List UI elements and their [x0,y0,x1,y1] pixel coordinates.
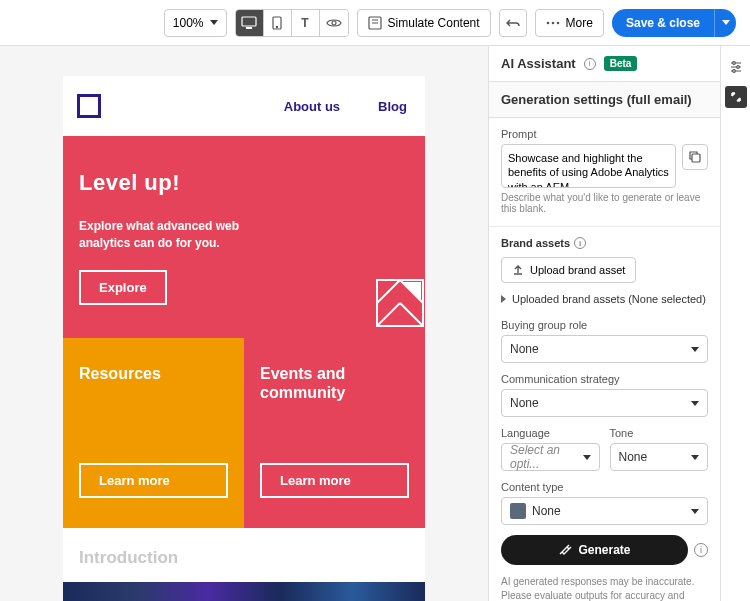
language-select[interactable]: Select an opti... [501,443,600,471]
col1-cta[interactable]: Learn more [79,463,228,498]
tone-value: None [619,450,648,464]
undo-button[interactable] [499,9,527,37]
svg-rect-11 [692,154,700,162]
svg-text:T: T [301,16,309,30]
generate-icon [558,543,572,557]
content-type-icon [510,503,526,519]
simulate-content-button[interactable]: Simulate Content [357,9,491,37]
buying-role-label: Buying group role [501,319,708,331]
disclaimer-text: AI generated responses may be inaccurate… [501,575,708,601]
col2-cta[interactable]: Learn more [260,463,409,498]
canvas-area: About us Blog Level up! Explore what adv… [0,46,488,601]
col1-title: Resources [79,364,228,383]
desktop-view-button[interactable] [236,10,264,36]
svg-point-8 [551,21,554,24]
prompt-label: Prompt [501,128,708,140]
brand-assets-label: Brand assets i [501,237,708,249]
nav-links: About us Blog [284,99,407,114]
sliders-icon [729,60,743,74]
device-group: T [235,9,349,37]
content-type-label: Content type [501,481,708,493]
preview-view-button[interactable] [320,10,348,36]
collapse-icon [730,91,742,103]
prompt-help: Describe what you'd like to generate or … [501,192,708,214]
info-icon[interactable]: i [574,237,586,249]
expand-icon [501,295,506,303]
svg-point-12 [732,62,735,65]
rail-collapse-button[interactable] [725,86,747,108]
hero-title: Level up! [79,170,409,196]
simulate-icon [368,16,382,30]
hero-section: Level up! Explore what advanced web anal… [63,136,425,338]
columns: Resources Learn more Events and communit… [63,338,425,528]
events-column: Events and community Learn more [244,338,425,528]
buying-role-select[interactable]: None [501,335,708,363]
more-button[interactable]: More [535,9,604,37]
logo [77,94,101,118]
generation-settings-title: Generation settings (full email) [489,82,720,118]
chevron-down-icon [691,509,699,514]
prompt-textarea[interactable] [501,144,676,188]
intro-title: Introduction [63,528,425,582]
ai-assistant-panel: AI Assistant i Beta Generation settings … [488,46,720,601]
svg-point-9 [556,21,559,24]
svg-point-3 [276,26,277,27]
rail-settings-button[interactable] [725,56,747,78]
mobile-icon [272,16,282,30]
comm-strategy-select[interactable]: None [501,389,708,417]
save-close-button[interactable]: Save & close [612,9,714,37]
zoom-select[interactable]: 100% [164,9,227,37]
info-icon[interactable]: i [584,58,596,70]
uploaded-assets-row[interactable]: Uploaded brand assets (None selected) [501,293,708,305]
svg-point-7 [546,21,549,24]
comm-value: None [510,396,539,410]
nav-blog[interactable]: Blog [378,99,407,114]
upload-icon [512,264,524,276]
desktop-icon [241,16,257,30]
copy-icon [689,151,701,163]
preview-header: About us Blog [63,76,425,136]
content-type-value: None [532,504,561,518]
chevron-down-icon [210,20,218,25]
hero-subtitle: Explore what advanced web analytics can … [79,218,289,252]
comm-strategy-label: Communication strategy [501,373,708,385]
zoom-value: 100% [173,16,204,30]
nav-about[interactable]: About us [284,99,340,114]
svg-rect-0 [242,17,256,26]
upload-brand-asset-button[interactable]: Upload brand asset [501,257,636,283]
generate-label: Generate [578,543,630,557]
content-type-select[interactable]: None [501,497,708,525]
info-icon[interactable]: i [694,543,708,557]
hero-cta[interactable]: Explore [79,270,167,305]
generate-button[interactable]: Generate [501,535,688,565]
text-view-button[interactable]: T [292,10,320,36]
more-label: More [566,16,593,30]
language-value: Select an opti... [510,443,583,471]
tone-label: Tone [610,427,709,439]
intro-image [63,582,425,601]
right-rail [720,46,750,601]
text-icon: T [298,16,312,30]
svg-rect-1 [246,27,252,29]
undo-icon [506,18,520,28]
main-area: About us Blog Level up! Explore what adv… [0,46,750,601]
tone-select[interactable]: None [610,443,709,471]
svg-point-13 [736,66,739,69]
col2-title: Events and community [260,364,409,402]
email-preview[interactable]: About us Blog Level up! Explore what adv… [63,76,425,601]
save-options-button[interactable] [714,9,736,37]
mobile-view-button[interactable] [264,10,292,36]
copy-prompt-button[interactable] [682,144,708,170]
top-toolbar: 100% T Simulate Content More Save & clos… [0,0,750,46]
language-label: Language [501,427,600,439]
chevron-down-icon [691,401,699,406]
panel-header: AI Assistant i Beta [489,46,720,82]
chevron-down-icon [583,455,591,460]
svg-point-5 [332,21,336,25]
simulate-label: Simulate Content [388,16,480,30]
buying-role-value: None [510,342,539,356]
panel-title: AI Assistant [501,56,576,71]
upload-label: Upload brand asset [530,264,625,276]
svg-point-14 [732,70,735,73]
uploaded-label: Uploaded brand assets (None selected) [512,293,706,305]
